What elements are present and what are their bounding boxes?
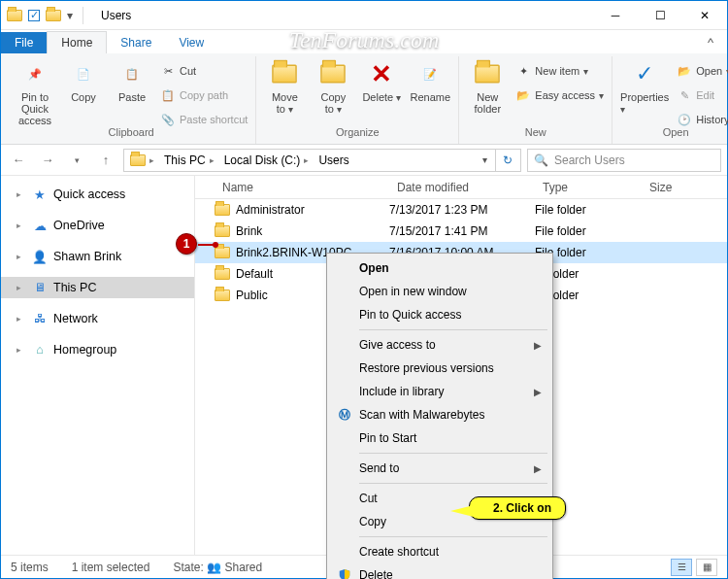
back-button[interactable]: ← <box>7 149 30 172</box>
malwarebytes-icon: Ⓜ <box>336 406 353 424</box>
ctx-give-access[interactable]: Give access to▶ <box>330 333 549 357</box>
group-organize: Move to ▾ Copy to ▾ ✕Delete ▾ 📝Rename Or… <box>256 56 459 144</box>
qat-overflow[interactable]: ▾ <box>67 9 73 22</box>
delete-button[interactable]: ✕Delete ▾ <box>361 56 402 103</box>
folder-icon <box>215 268 230 280</box>
close-button[interactable]: ✕ <box>682 1 727 30</box>
table-row[interactable]: Brink7/15/2017 1:41 PMFile folder <box>195 221 727 242</box>
window-title: Users <box>101 9 131 22</box>
status-count: 5 items <box>11 561 49 574</box>
tab-file[interactable]: File <box>1 32 47 53</box>
folder-icon <box>215 204 230 216</box>
breadcrumb-root[interactable]: This PC <box>164 153 206 167</box>
group-clipboard: 📌Pin to Quick access 📄Copy 📋Paste ✂Cut 📋… <box>7 56 256 144</box>
view-details-button[interactable]: ☰ <box>671 559 692 576</box>
nav-network[interactable]: ▸🖧Network <box>1 308 194 329</box>
search-placeholder: Search Users <box>554 153 625 167</box>
qat-checkbox-icon[interactable]: ✓ <box>28 10 40 21</box>
group-new: New folder ✦New item ▾ 📂Easy access ▾ Ne… <box>459 56 612 144</box>
file-name: Administrator <box>236 203 305 217</box>
tab-home[interactable]: Home <box>47 31 107 53</box>
file-date: 7/15/2017 1:41 PM <box>389 224 535 238</box>
recent-button[interactable]: ▾ <box>65 149 88 172</box>
status-selected: 1 item selected <box>72 561 150 574</box>
refresh-button[interactable]: ↻ <box>495 149 518 172</box>
tab-view[interactable]: View <box>165 32 217 53</box>
ctx-pin-quick-access[interactable]: Pin to Quick access <box>330 303 549 326</box>
ctx-open[interactable]: Open <box>330 256 549 280</box>
ctx-pin-start[interactable]: Pin to Start <box>330 426 549 450</box>
table-row[interactable]: Administrator7/13/2017 1:23 PMFile folde… <box>195 199 727 221</box>
titlebar: ✓ ▾ Users ─ ☐ ✕ <box>1 1 727 30</box>
shield-icon <box>336 566 353 579</box>
context-menu: Open Open in new window Pin to Quick acc… <box>326 253 553 579</box>
folder-icon <box>130 154 146 166</box>
copy-path-button[interactable]: 📋Copy path <box>160 85 248 106</box>
group-label: Open <box>663 124 689 138</box>
ribbon: 📌Pin to Quick access 📄Copy 📋Paste ✂Cut 📋… <box>1 53 727 145</box>
address-dropdown[interactable]: ▾ <box>477 154 493 165</box>
nav-onedrive[interactable]: ▸☁OneDrive <box>1 215 194 236</box>
minimize-button[interactable]: ─ <box>593 1 638 30</box>
search-input[interactable]: 🔍 Search Users <box>527 149 721 172</box>
file-name: Public <box>236 289 268 302</box>
paste-shortcut-button[interactable]: 📎Paste shortcut <box>160 109 248 130</box>
new-folder-button[interactable]: New folder <box>467 56 508 115</box>
file-type: File folder <box>535 203 642 217</box>
nav-quick-access[interactable]: ▸★Quick access <box>1 184 194 205</box>
file-name: Default <box>236 267 273 281</box>
rename-button[interactable]: 📝Rename <box>410 56 450 103</box>
ctx-send-to[interactable]: Send to▶ <box>330 457 549 480</box>
col-name: Name <box>195 181 389 194</box>
copy-button[interactable]: 📄Copy <box>63 56 104 103</box>
ctx-include-library[interactable]: Include in library▶ <box>330 380 549 403</box>
forward-button[interactable]: → <box>36 149 59 172</box>
ctx-open-new-window[interactable]: Open in new window <box>330 280 549 303</box>
breadcrumb-folder[interactable]: Users <box>318 153 348 167</box>
annotation-2: 2. Click on <box>469 496 566 520</box>
move-to-button[interactable]: Move to ▾ <box>264 56 305 115</box>
group-open: ✓Properties ▾ 📂Open ▾ ✎Edit 🕑History Ope… <box>612 56 728 144</box>
folder-icon <box>215 247 230 258</box>
group-label: Organize <box>336 124 380 138</box>
breadcrumb-drive[interactable]: Local Disk (C:) <box>224 153 301 167</box>
ctx-delete[interactable]: Delete <box>330 563 549 579</box>
easy-access-button[interactable]: 📂Easy access ▾ <box>515 85 604 106</box>
edit-button[interactable]: ✎Edit <box>677 85 728 106</box>
cut-button[interactable]: ✂Cut <box>160 60 248 82</box>
col-size: Size <box>642 181 700 194</box>
column-headers[interactable]: Name Date modified Type Size <box>195 176 727 199</box>
status-state: State: 👥 Shared <box>173 561 262 574</box>
tab-share[interactable]: Share <box>107 32 165 53</box>
ctx-create-shortcut[interactable]: Create shortcut <box>330 540 549 563</box>
up-button[interactable]: ↑ <box>94 149 117 172</box>
copy-to-button[interactable]: Copy to ▾ <box>313 56 353 115</box>
annotation-1-dot <box>213 242 218 248</box>
address-bar[interactable]: ▸ This PC▸ Local Disk (C:)▸ Users ▾ ↻ <box>123 149 521 172</box>
folder-icon <box>215 290 230 301</box>
group-label: New <box>525 124 546 138</box>
navigation-pane: ▸★Quick access ▸☁OneDrive ▸👤Shawn Brink … <box>1 176 195 555</box>
col-type: Type <box>535 181 642 194</box>
ctx-scan-malwarebytes[interactable]: ⓂScan with Malwarebytes <box>330 403 549 426</box>
open-button[interactable]: 📂Open ▾ <box>677 60 728 82</box>
ctx-restore-previous[interactable]: Restore previous versions <box>330 357 549 380</box>
properties-button[interactable]: ✓Properties ▾ <box>620 56 669 115</box>
nav-homegroup[interactable]: ▸⌂Homegroup <box>1 339 194 360</box>
annotation-1: 1 <box>176 233 197 255</box>
ribbon-collapse[interactable]: ^ <box>694 31 727 53</box>
paste-button[interactable]: 📋Paste <box>112 56 152 103</box>
maximize-button[interactable]: ☐ <box>638 1 682 30</box>
pin-to-quick-access-button[interactable]: 📌Pin to Quick access <box>15 56 55 126</box>
view-large-button[interactable]: ▦ <box>696 559 717 576</box>
new-item-button[interactable]: ✦New item ▾ <box>515 60 604 82</box>
nav-this-pc[interactable]: ▸🖥This PC <box>1 277 194 298</box>
qat-folder-icon[interactable] <box>46 10 61 21</box>
col-date: Date modified <box>389 181 535 194</box>
nav-user[interactable]: ▸👤Shawn Brink <box>1 246 194 267</box>
search-icon: 🔍 <box>534 153 548 167</box>
file-name: Brink <box>236 224 262 238</box>
file-date: 7/13/2017 1:23 PM <box>389 203 535 217</box>
ribbon-tabs: File Home Share View ^ <box>1 30 727 53</box>
folder-icon <box>215 225 230 237</box>
